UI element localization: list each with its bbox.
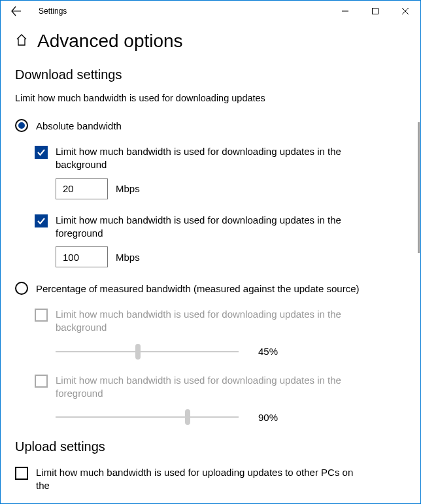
percentage-fg-value: 90% — [258, 412, 284, 423]
close-button[interactable] — [390, 1, 420, 22]
upload-section-title: Upload settings — [15, 439, 406, 454]
window-controls — [330, 1, 420, 22]
absolute-fg-input[interactable] — [56, 246, 108, 267]
percentage-fg-slider — [56, 409, 239, 425]
percentage-bg-slider — [56, 344, 239, 360]
percentage-bandwidth-radio[interactable] — [15, 282, 28, 295]
absolute-bandwidth-label: Absolute bandwidth — [36, 120, 122, 131]
download-section-desc: Limit how much bandwidth is used for dow… — [15, 93, 406, 103]
absolute-fg-label: Limit how much bandwidth is used for dow… — [56, 214, 389, 241]
percentage-sub-options: Limit how much bandwidth is used for dow… — [35, 308, 406, 425]
titlebar: Settings — [1, 1, 420, 22]
absolute-bandwidth-row: Absolute bandwidth — [15, 119, 406, 132]
page-header: Advanced options — [15, 31, 406, 52]
absolute-bg-unit: Mbps — [116, 183, 140, 194]
percentage-fg-slider-row: 90% — [56, 409, 406, 425]
home-icon[interactable] — [15, 33, 28, 49]
absolute-fg-input-row: Mbps — [56, 246, 406, 267]
percentage-bg-slider-row: 45% — [56, 344, 406, 360]
absolute-fg-checkbox[interactable] — [35, 214, 48, 227]
minimize-icon — [342, 8, 348, 14]
close-icon — [402, 8, 409, 14]
absolute-bg-row: Limit how much bandwidth is used for dow… — [35, 145, 406, 172]
arrow-left-icon — [11, 6, 22, 16]
percentage-fg-label: Limit how much bandwidth is used for dow… — [56, 374, 389, 401]
percentage-bandwidth-label: Percentage of measured bandwidth (measur… — [36, 283, 359, 294]
percentage-fg-checkbox — [35, 375, 48, 388]
percentage-bg-label: Limit how much bandwidth is used for dow… — [56, 308, 389, 335]
absolute-bandwidth-radio[interactable] — [15, 119, 28, 132]
page-title: Advanced options — [37, 31, 183, 52]
absolute-fg-unit: Mbps — [116, 252, 140, 263]
svg-rect-0 — [373, 8, 379, 14]
percentage-fg-row: Limit how much bandwidth is used for dow… — [35, 374, 406, 401]
absolute-sub-options: Limit how much bandwidth is used for dow… — [35, 145, 406, 267]
back-button[interactable] — [6, 1, 27, 22]
upload-limit-label: Limit how much bandwidth is used for upl… — [36, 466, 369, 493]
upload-limit-checkbox[interactable] — [15, 467, 28, 480]
window-title: Settings — [39, 7, 67, 16]
absolute-fg-row: Limit how much bandwidth is used for dow… — [35, 214, 406, 241]
maximize-button[interactable] — [360, 1, 390, 22]
download-section-title: Download settings — [15, 67, 406, 82]
absolute-bg-input-row: Mbps — [56, 178, 406, 199]
scrollbar[interactable] — [418, 122, 420, 253]
percentage-bandwidth-row: Percentage of measured bandwidth (measur… — [15, 282, 406, 295]
absolute-bg-input[interactable] — [56, 178, 108, 199]
minimize-button[interactable] — [330, 1, 360, 22]
upload-section: Upload settings Limit how much bandwidth… — [15, 439, 406, 493]
absolute-bg-checkbox[interactable] — [35, 146, 48, 159]
percentage-bg-row: Limit how much bandwidth is used for dow… — [35, 308, 406, 335]
content-area: Advanced options Download settings Limit… — [1, 22, 420, 503]
percentage-bg-value: 45% — [258, 346, 284, 357]
maximize-icon — [372, 8, 379, 14]
percentage-bg-checkbox — [35, 309, 48, 322]
absolute-bg-label: Limit how much bandwidth is used for dow… — [56, 145, 389, 172]
upload-limit-row: Limit how much bandwidth is used for upl… — [15, 466, 406, 493]
